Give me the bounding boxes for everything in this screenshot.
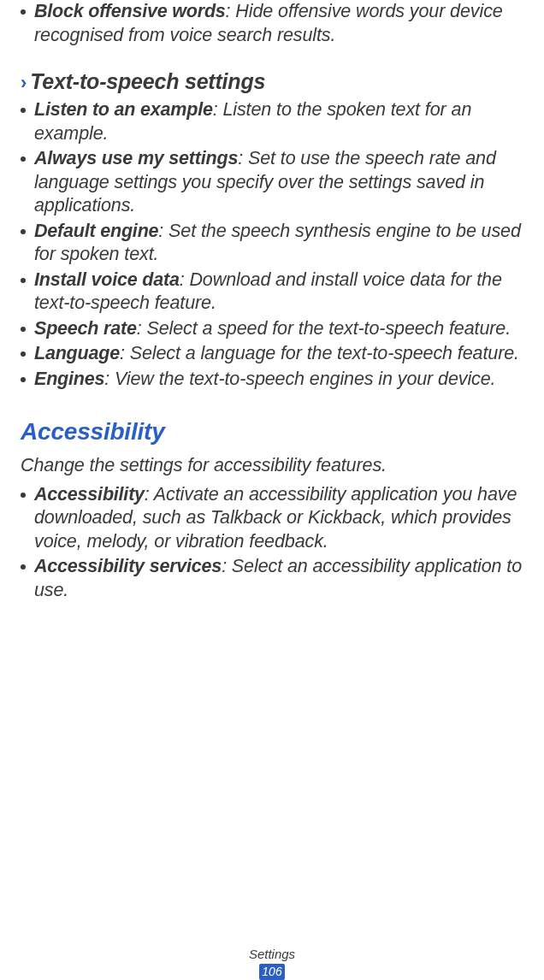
term: Engines bbox=[34, 369, 104, 389]
bullet-icon bbox=[21, 564, 26, 570]
list-item-text: Speech rate: Select a speed for the text… bbox=[34, 317, 525, 341]
section-intro: Change the settings for accessibility fe… bbox=[21, 454, 525, 478]
list-item-text: Always use my settings: Set to use the s… bbox=[34, 147, 525, 218]
term: Default engine bbox=[34, 221, 158, 241]
desc: : Select a speed for the text-to-speech … bbox=[137, 318, 511, 339]
term: Always use my settings bbox=[34, 148, 238, 168]
bullet-icon bbox=[21, 377, 26, 382]
bullet-icon bbox=[21, 108, 26, 113]
desc: : View the text-to-speech engines in you… bbox=[104, 369, 495, 389]
list-item-text: Accessibility: Activate an accessibility… bbox=[34, 483, 525, 554]
page-content: Block offensive words: Hide offensive wo… bbox=[21, 0, 525, 602]
subsection-title: Text-to-speech settings bbox=[30, 69, 265, 93]
bullet-icon bbox=[21, 351, 26, 357]
list-item-text: Default engine: Set the speech synthesis… bbox=[34, 220, 525, 267]
list-item: Install voice data: Download and install… bbox=[21, 269, 525, 316]
term: Speech rate bbox=[34, 318, 137, 339]
list-item: Accessibility: Activate an accessibility… bbox=[21, 483, 525, 554]
page-number-badge: 106 bbox=[259, 964, 285, 980]
list-item: Block offensive words: Hide offensive wo… bbox=[21, 0, 525, 47]
list-item: Listen to an example: Listen to the spok… bbox=[21, 98, 525, 145]
bullet-icon bbox=[21, 156, 26, 162]
bullet-icon bbox=[21, 229, 26, 234]
bullet-icon bbox=[21, 327, 26, 332]
subsection-heading: ›Text-to-speech settings bbox=[21, 68, 525, 95]
list-item-text: Block offensive words: Hide offensive wo… bbox=[34, 0, 525, 47]
desc: : Select a language for the text-to-spee… bbox=[120, 343, 519, 363]
term: Accessibility services bbox=[34, 556, 222, 576]
term: Listen to an example bbox=[34, 99, 213, 120]
term: Accessibility bbox=[34, 484, 145, 505]
term: Install voice data bbox=[34, 269, 180, 290]
list-item: Speech rate: Select a speed for the text… bbox=[21, 317, 525, 341]
list-item: Engines: View the text-to-speech engines… bbox=[21, 368, 525, 392]
chevron-right-icon: › bbox=[21, 72, 27, 93]
section-title: Accessibility bbox=[21, 416, 525, 447]
bullet-icon bbox=[21, 9, 26, 15]
bullet-icon bbox=[21, 493, 26, 498]
list-item: Language: Select a language for the text… bbox=[21, 342, 525, 366]
list-item-text: Language: Select a language for the text… bbox=[34, 342, 525, 366]
list-item-text: Listen to an example: Listen to the spok… bbox=[34, 98, 525, 145]
accessibility-list: Accessibility: Activate an accessibility… bbox=[21, 483, 525, 603]
list-item: Accessibility services: Select an access… bbox=[21, 555, 525, 602]
list-item-text: Accessibility services: Select an access… bbox=[34, 555, 525, 602]
tts-settings-list: Listen to an example: Listen to the spok… bbox=[21, 98, 525, 391]
bullet-icon bbox=[21, 278, 26, 283]
term: Language bbox=[34, 343, 120, 363]
list-item: Always use my settings: Set to use the s… bbox=[21, 147, 525, 218]
list-item-text: Engines: View the text-to-speech engines… bbox=[34, 368, 525, 392]
page-footer: Settings 106 bbox=[0, 946, 544, 980]
footer-label: Settings bbox=[0, 946, 544, 962]
list-item-text: Install voice data: Download and install… bbox=[34, 269, 525, 316]
term: Block offensive words bbox=[34, 1, 226, 21]
list-item: Default engine: Set the speech synthesis… bbox=[21, 220, 525, 267]
